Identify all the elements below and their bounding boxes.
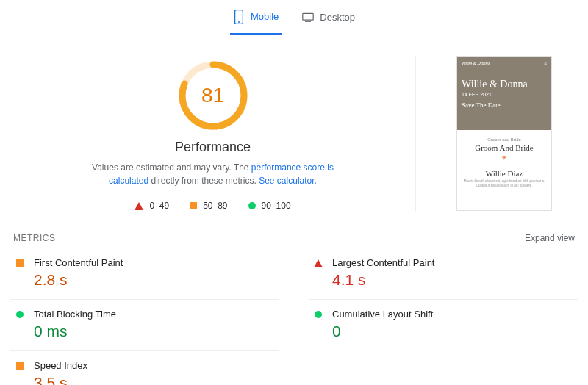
square-icon <box>15 360 25 385</box>
score-legend: 0–49 50–89 90–100 <box>135 201 290 211</box>
tab-desktop[interactable]: Desktop <box>299 0 358 35</box>
svg-rect-2 <box>303 13 313 20</box>
preview-gb-script: Groom And Bride <box>460 143 548 152</box>
performance-title: Performance <box>175 140 251 155</box>
legend-mid: 50–89 <box>190 201 227 211</box>
legend-poor: 0–49 <box>135 201 169 211</box>
metric-name: First Contentful Paint <box>34 257 123 268</box>
metric-name: Largest Contentful Paint <box>332 257 434 268</box>
tab-mobile-label: Mobile <box>251 11 279 22</box>
circle-icon <box>248 202 256 209</box>
triangle-icon <box>135 202 143 210</box>
metric-name: Total Blocking Time <box>34 309 116 320</box>
metric-tbt[interactable]: Total Blocking Time 0 ms <box>10 299 279 350</box>
preview-filler: Mauris blandit aliquet elit, eget tincid… <box>460 179 548 188</box>
metric-value: 3.5 s <box>34 374 87 385</box>
performance-summary: 81 Performance Values are estimated and … <box>10 56 416 211</box>
phone-mock: Willie & Donna ≡ Willie & Donna 14 FEB 2… <box>456 56 552 211</box>
legend-mid-label: 50–89 <box>203 201 227 211</box>
heart-icon: ♥ <box>460 154 548 162</box>
circle-icon <box>313 309 323 340</box>
metrics-grid: First Contentful Paint 2.8 s Largest Con… <box>10 248 578 385</box>
square-icon <box>15 257 25 289</box>
metric-value: 4.1 s <box>332 271 434 289</box>
metric-si[interactable]: Speed Index 3.5 s <box>10 350 279 385</box>
desktop-icon <box>302 9 314 26</box>
tab-mobile[interactable]: Mobile <box>230 1 282 35</box>
svg-rect-3 <box>306 21 310 21</box>
preview-brand: Willie & Donna <box>462 61 490 65</box>
preview-body: Groom and Bride Groom And Bride ♥ Willie… <box>457 130 551 192</box>
metric-value: 0 ms <box>34 323 116 340</box>
device-tabs: Mobile Desktop <box>0 0 588 35</box>
legend-good: 90–100 <box>248 201 291 211</box>
svg-point-1 <box>238 21 240 23</box>
preview-menu-icon: ≡ <box>544 61 547 65</box>
preview-person: Willie Diaz <box>460 169 548 178</box>
expand-view-toggle[interactable]: Expand view <box>525 233 575 243</box>
perf-calculator-link[interactable]: See calculator. <box>259 176 317 186</box>
square-icon <box>190 202 197 209</box>
metrics-label: METRICS <box>13 233 56 243</box>
legend-poor-label: 0–49 <box>149 201 169 211</box>
performance-gauge: 81 <box>176 59 250 132</box>
metric-value: 0 <box>332 323 433 340</box>
metric-name: Cumulative Layout Shift <box>332 309 433 320</box>
page-preview: Willie & Donna ≡ Willie & Donna 14 FEB 2… <box>416 56 578 211</box>
triangle-icon <box>313 257 323 289</box>
preview-date: 14 FEB 2021 <box>462 92 547 97</box>
perf-desc-text2: directly from these metrics. <box>148 176 259 186</box>
preview-save: Save The Date <box>462 101 547 109</box>
performance-score: 81 <box>176 59 250 132</box>
metric-name: Speed Index <box>34 360 87 371</box>
metric-cls[interactable]: Cumulative Layout Shift 0 <box>309 299 578 350</box>
metric-lcp[interactable]: Largest Contentful Paint 4.1 s <box>309 248 578 299</box>
circle-icon <box>15 309 25 340</box>
preview-hero: Willie & Donna ≡ Willie & Donna 14 FEB 2… <box>457 57 551 130</box>
performance-description: Values are estimated and may vary. The p… <box>88 161 338 187</box>
svg-rect-4 <box>305 21 311 22</box>
perf-desc-text: Values are estimated and may vary. The <box>92 162 251 173</box>
legend-good-label: 90–100 <box>262 201 291 211</box>
mobile-icon <box>233 8 245 26</box>
metric-value: 2.8 s <box>34 271 123 289</box>
preview-headline: Willie & Donna <box>462 79 547 90</box>
preview-gb-small: Groom and Bride <box>460 137 548 142</box>
metric-fcp[interactable]: First Contentful Paint 2.8 s <box>10 248 279 299</box>
tab-desktop-label: Desktop <box>320 12 355 23</box>
